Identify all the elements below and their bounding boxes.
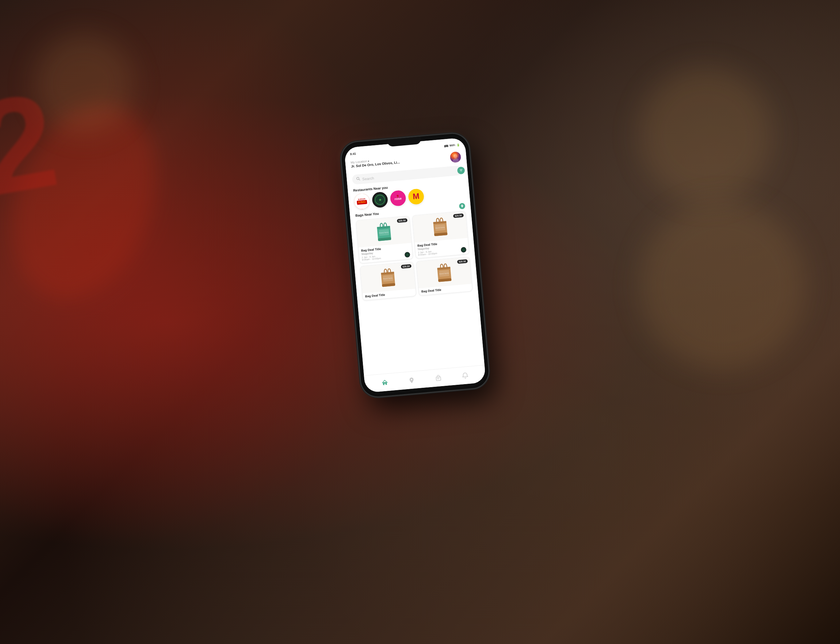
- svg-line-4: [359, 179, 360, 180]
- bag-orders-icon: [435, 374, 443, 382]
- bag-price-3: $20.50: [401, 264, 412, 269]
- svg-text:★: ★: [407, 254, 408, 256]
- svg-line-5: [460, 169, 462, 169]
- bag-image-2: $20.50 Brand Name: [412, 211, 468, 242]
- nav-item-orders[interactable]: [432, 372, 445, 383]
- phone-mockup: 9:41 ▮▮▮ WiFi 🔋 My Location ▾: [310, 130, 530, 514]
- nav-item-alerts[interactable]: [458, 370, 472, 381]
- search-icon: [356, 177, 361, 182]
- status-time: 9:41: [350, 152, 356, 156]
- bag-price-4: $20.50: [457, 259, 468, 264]
- filter-icon[interactable]: [457, 166, 465, 174]
- location-chevron-icon: ▾: [368, 159, 370, 163]
- bag-image-3: $20.50 Brand Name: [360, 262, 415, 293]
- bag-restaurant-icon-1: ★: [405, 252, 410, 258]
- location-section[interactable]: My Location ▾ Jr. Sol De Oro, Los Olivos…: [351, 156, 400, 168]
- signal-icon: ▮▮▮: [444, 144, 448, 148]
- bags-section-title: Bags Near You: [355, 212, 379, 217]
- phone-screen: 9:41 ▮▮▮ WiFi 🔋 My Location ▾: [344, 137, 486, 393]
- phone-device: 9:41 ▮▮▮ WiFi 🔋 My Location ▾: [340, 133, 490, 398]
- bags-section: Bags Near You: [350, 202, 478, 301]
- location-pin-icon: [408, 376, 416, 384]
- app-content: My Location ▾ Jr. Sol De Oro, Los Olivos…: [345, 148, 484, 375]
- svg-text:🌹: 🌹: [396, 194, 400, 198]
- home-icon: [381, 378, 389, 386]
- bg-light-3: [638, 202, 806, 370]
- restaurant-logo-bk[interactable]: BURGER KING: [354, 193, 370, 210]
- bag-price-1: $20.50: [397, 218, 408, 223]
- map-toggle-icon[interactable]: [459, 203, 466, 210]
- bags-grid: $20.50: [356, 211, 473, 301]
- bag-image-4: $20.50 Brand Name: [416, 257, 471, 288]
- svg-text:M: M: [412, 191, 420, 201]
- nav-item-map[interactable]: [405, 375, 418, 386]
- bag-card-4[interactable]: $20.50 Brand Name: [416, 256, 473, 296]
- bg-light-2: [638, 67, 773, 202]
- bag-price-2: $20.50: [453, 214, 464, 218]
- battery-icon: 🔋: [456, 143, 460, 146]
- restaurant-logo-mcdonalds[interactable]: M: [408, 188, 424, 205]
- svg-line-43: [437, 378, 440, 378]
- status-icons: ▮▮▮ WiFi 🔋: [444, 143, 460, 148]
- bag-restaurant-icon-2: ★: [461, 247, 466, 253]
- bag-image-1: $20.50: [356, 216, 411, 248]
- restaurant-logo-rosegarden[interactable]: rose 🌹: [390, 190, 407, 207]
- avatar[interactable]: [450, 151, 461, 163]
- bag-card-1[interactable]: $20.50: [356, 216, 413, 264]
- bell-icon: [461, 371, 469, 380]
- wifi-icon: WiFi: [449, 143, 455, 147]
- avatar-image: [450, 151, 461, 163]
- restaurant-logo-starbucks[interactable]: ★: [372, 191, 389, 208]
- bag-card-2[interactable]: $20.50 Brand Name: [412, 211, 469, 258]
- svg-text:★: ★: [463, 249, 464, 250]
- nav-item-home[interactable]: [378, 377, 392, 388]
- bag-card-3[interactable]: $20.50 Brand Name: [360, 261, 416, 301]
